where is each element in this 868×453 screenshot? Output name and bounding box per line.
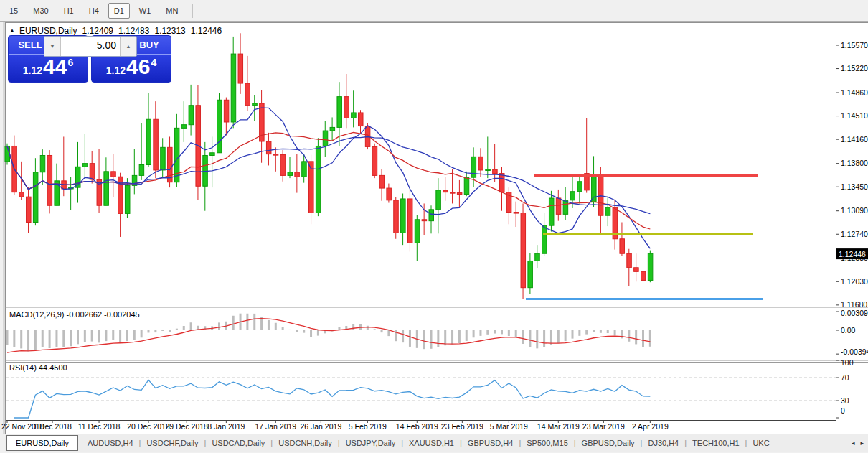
sell-price-pip: 6 [67, 57, 73, 68]
timeframe-button-MN[interactable]: MN [160, 3, 184, 19]
chart-tab-eurusd-daily[interactable]: EURUSD,Daily [6, 435, 78, 451]
chart-tab-gbpusd-h4[interactable]: GBPUSD,H4 [462, 436, 519, 449]
chart-tab-audusd-h4[interactable]: AUDUSD,H4 [82, 436, 139, 449]
chart-tab-usdjpy-daily[interactable]: USDJPY,Daily [340, 436, 402, 449]
chart-tab-usdcad-daily[interactable]: USDCAD,Daily [206, 436, 270, 449]
chart-window [5, 22, 868, 434]
timeframe-button-15[interactable]: 15 [4, 3, 24, 19]
sell-price-prefix: 1.12 [23, 65, 42, 76]
buy-price-prefix: 1.12 [106, 65, 126, 76]
chart-tab-sp500-m15[interactable]: SP500,M15 [521, 436, 573, 449]
buy-price-big: 46 [126, 56, 150, 78]
ohlc-close: 1.12446 [191, 26, 222, 36]
collapse-chart-icon[interactable]: ▲ [9, 28, 15, 34]
chart-tab-usdcnh-daily[interactable]: USDCNH,Daily [273, 436, 338, 449]
chart-tab-xauusd-h1[interactable]: XAUUSD,H1 [403, 436, 460, 449]
sell-price: 1.12 44 6 [9, 55, 88, 82]
timeframe-button-H1[interactable]: H1 [58, 3, 80, 19]
chart-tab-tech100-h1[interactable]: TECH100,H1 [687, 436, 745, 449]
macd-label: MACD(12,26,9) -0.002662 -0.002045 [9, 310, 140, 319]
rsi-label: RSI(14) 44.4500 [9, 363, 67, 372]
volume-decrease-button[interactable]: ▼ [44, 37, 61, 56]
chart-title: ▲ EURUSD,Daily 1.12409 1.12483 1.12313 1… [9, 26, 222, 36]
tabs-scroll-right-icon[interactable]: ▸ [860, 439, 864, 447]
toolbar-separator [192, 4, 193, 18]
buy-price: 1.12 46 4 [92, 55, 171, 82]
timeframe-toolbar: 15M30H1H4D1W1MN [0, 0, 868, 22]
timeframe-button-W1[interactable]: W1 [133, 3, 157, 19]
sell-price-big: 44 [43, 56, 67, 78]
tabs-scroll-left-icon[interactable]: ◂ [852, 439, 855, 447]
chart-symbol-period: EURUSD,Daily [19, 26, 77, 36]
chart-tabs-bar: EURUSD,DailyAUDUSD,H4|USDCHF,Daily|USDCA… [5, 434, 868, 452]
chart-tab-dj30-h4[interactable]: DJ30,H4 [642, 436, 684, 449]
buy-price-pip: 4 [151, 57, 156, 68]
chart-tab-usdchf-daily[interactable]: USDCHF,Daily [141, 436, 204, 449]
timeframe-button-M30[interactable]: M30 [27, 3, 54, 19]
chart-tab-ukc[interactable]: UKC [747, 436, 775, 449]
timeframe-button-H4[interactable]: H4 [83, 3, 105, 19]
tab-scroll-arrows: ◂▸ [852, 439, 864, 447]
ohlc-low: 1.12313 [154, 26, 185, 36]
volume-value[interactable]: 5.00 [61, 37, 120, 56]
chart-tab-gbpusd-daily[interactable]: GBPUSD,Daily [576, 436, 641, 449]
ohlc-open: 1.12409 [82, 26, 113, 36]
volume-spinner: ▼ 5.00 ▲ [44, 36, 137, 57]
volume-increase-button[interactable]: ▲ [120, 37, 136, 56]
one-click-trading-panel: SELL 1.12 44 6 BUY 1.12 46 4 ▼ 5.00 ▲ [8, 35, 171, 83]
timeframe-button-D1[interactable]: D1 [108, 3, 130, 19]
ohlc-high: 1.12483 [118, 26, 149, 36]
